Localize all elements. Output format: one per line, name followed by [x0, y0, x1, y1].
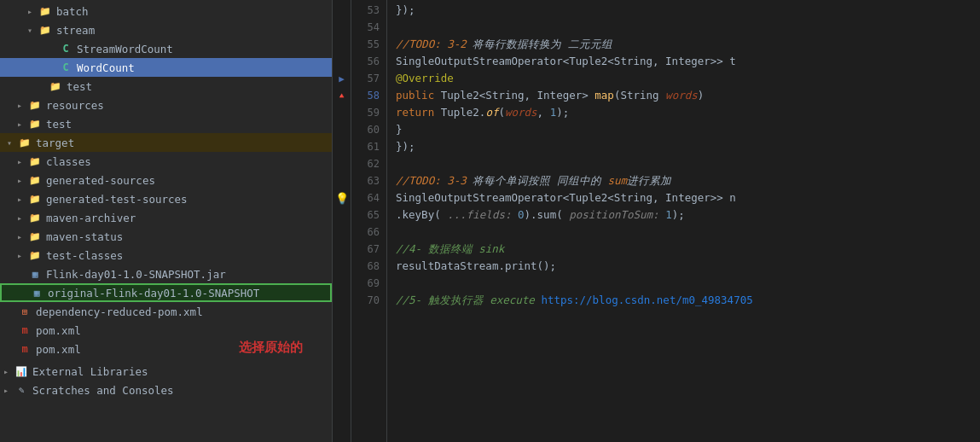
gutter-58: 🔺 — [333, 87, 351, 104]
tree-label: target — [36, 137, 74, 149]
linenum-57: 57 — [351, 70, 380, 87]
jar-icon: ▦ — [27, 267, 43, 281]
gutter-column: ▶ 🔺 💡 — [333, 0, 351, 442]
tree-label: stream — [56, 24, 95, 37]
linenum-68: 68 — [351, 258, 380, 275]
tree-item-streamwordcount[interactable]: C StreamWordCount — [0, 39, 332, 58]
tree-label: batch — [56, 5, 89, 18]
gutter-59 — [333, 104, 351, 121]
gutter-53 — [333, 2, 351, 19]
tree-label: External Libraries — [32, 365, 148, 378]
tree-arrow: ▸ — [17, 101, 27, 110]
code-line-67: //4- 数据终端 sink — [396, 241, 980, 258]
linenum-53: 53 — [351, 2, 380, 19]
linenum-67: 67 — [351, 241, 380, 258]
tree-label: dependency-reduced-pom.xml — [36, 305, 203, 318]
gutter-62 — [333, 155, 351, 172]
tree-arrow: ▸ — [3, 386, 14, 395]
gutter-66 — [333, 224, 351, 241]
code-line-68: resultDataStream.print(); — [396, 258, 980, 275]
tree-label: classes — [46, 155, 91, 168]
tree-arrow: ▸ — [3, 367, 14, 376]
java-icon: C — [58, 61, 73, 74]
linenum-61: 61 — [351, 138, 380, 155]
line-numbers: 53 54 55 56 57 58 59 60 61 62 63 64 65 6… — [351, 0, 387, 442]
code-line-57: @Override — [396, 70, 980, 87]
file-tree-sidebar: ▸ 📁 batch ▾ 📁 stream C StreamWordCount C… — [0, 0, 333, 442]
code-line-56: SingleOutputStreamOperator<Tuple2<String… — [396, 53, 980, 70]
folder-orange-icon: 📁 — [27, 248, 43, 262]
tree-item-maven-status[interactable]: ▸ 📁 maven-status — [0, 227, 332, 246]
tree-arrow: ▸ — [17, 232, 27, 241]
code-line-53: }); — [396, 2, 980, 19]
tree-label: Flink-day01-1.0-SNAPSHOT.jar — [46, 268, 226, 281]
file-tree: ▸ 📁 batch ▾ 📁 stream C StreamWordCount C… — [0, 0, 332, 442]
tree-label: test-classes — [46, 249, 123, 262]
tree-item-scratches[interactable]: ▸ ✎ Scratches and Consoles — [0, 381, 332, 399]
tree-label: pom.xml — [36, 343, 81, 356]
folder-orange-icon: 📁 — [27, 173, 43, 187]
code-line-65: .keyBy( ...fields: 0).sum( positionToSum… — [396, 206, 980, 224]
folder-icon: 📁 — [27, 117, 43, 131]
tree-arrow: ▸ — [17, 176, 27, 185]
gutter-64: 💡 — [333, 189, 351, 206]
tree-item-pom1[interactable]: m pom.xml — [0, 321, 332, 340]
annotation-label: 选择原始的 — [239, 340, 303, 356]
folder-orange-icon: 📁 — [17, 136, 32, 149]
tree-item-dep-pom[interactable]: ⊞ dependency-reduced-pom.xml — [0, 302, 332, 321]
tree-item-test[interactable]: 📁 test — [0, 77, 332, 96]
code-editor: ▶ 🔺 💡 53 54 55 56 57 58 59 6 — [333, 0, 980, 442]
tree-label: resources — [46, 99, 104, 112]
code-line-64: SingleOutputStreamOperator<Tuple2<String… — [396, 189, 980, 206]
tree-item-stream[interactable]: ▾ 📁 stream — [0, 20, 332, 39]
tree-item-wordcount[interactable]: C WordCount — [0, 58, 332, 77]
linenum-66: 66 — [351, 224, 380, 241]
xml-icon: ⊞ — [17, 305, 32, 318]
tree-item-gen-test-sources[interactable]: ▸ 📁 generated-test-sources — [0, 189, 332, 208]
folder-icon: 📁 — [48, 79, 63, 93]
linenum-60: 60 — [351, 121, 380, 138]
tree-label: generated-sources — [46, 174, 155, 187]
linenum-70: 70 — [351, 292, 380, 309]
java-icon: C — [58, 42, 73, 55]
code-line-70: //5- 触发执行器 execute https://blog.csdn.net… — [396, 292, 980, 309]
folder-icon: 📁 — [38, 4, 53, 18]
gutter-65 — [333, 206, 351, 224]
gutter-60 — [333, 121, 351, 138]
linenum-54: 54 — [351, 19, 380, 36]
code-content[interactable]: }); //TODO: 3-2 将每行数据转换为 二元元组 SingleOutp… — [387, 0, 980, 442]
tree-arrow: ▾ — [7, 138, 17, 148]
linenum-55: 55 — [351, 36, 380, 53]
gutter-56 — [333, 53, 351, 70]
code-line-61: }); — [396, 138, 980, 155]
tree-arrow: ▸ — [17, 119, 27, 129]
gutter-68 — [333, 258, 351, 275]
tree-item-jar2[interactable]: ▦ original-Flink-day01-1.0-SNAPSHOT — [0, 283, 332, 302]
tree-label: test — [67, 80, 92, 93]
linenum-56: 56 — [351, 53, 380, 70]
tree-item-ext-lib[interactable]: ▸ 📊 External Libraries — [0, 362, 332, 381]
tree-item-classes[interactable]: ▸ 📁 classes — [0, 152, 332, 171]
maven-icon: m — [17, 342, 32, 356]
gutter-69 — [333, 275, 351, 292]
tree-arrow: ▸ — [17, 157, 27, 166]
tree-label: test — [46, 118, 72, 131]
maven-icon: m — [17, 323, 32, 337]
tree-item-gen-sources[interactable]: ▸ 📁 generated-sources — [0, 171, 332, 189]
code-line-62 — [396, 155, 980, 172]
tree-label: WordCount — [77, 61, 135, 74]
linenum-58: 58 — [351, 87, 380, 104]
gutter-54 — [333, 19, 351, 36]
code-line-69 — [396, 275, 980, 292]
gutter-55 — [333, 36, 351, 53]
gutter-57: ▶ — [333, 70, 351, 87]
tree-item-test2[interactable]: ▸ 📁 test — [0, 114, 332, 133]
tree-item-batch[interactable]: ▸ 📁 batch — [0, 2, 332, 20]
tree-item-target[interactable]: ▾ 📁 target — [0, 133, 332, 152]
tree-item-resources[interactable]: ▸ 📁 resources — [0, 96, 332, 114]
tree-item-test-classes[interactable]: ▸ 📁 test-classes — [0, 246, 332, 265]
tree-item-jar1[interactable]: ▦ Flink-day01-1.0-SNAPSHOT.jar — [0, 265, 332, 283]
tree-arrow: ▾ — [27, 26, 38, 35]
tree-item-maven-archiver[interactable]: ▸ 📁 maven-archiver — [0, 208, 332, 227]
tree-label: original-Flink-day01-1.0-SNAPSHOT — [48, 287, 259, 300]
